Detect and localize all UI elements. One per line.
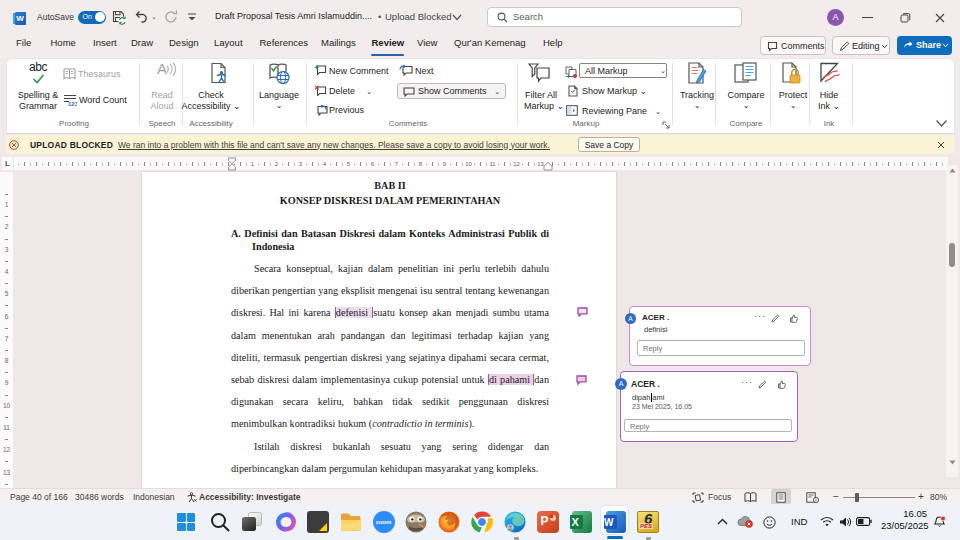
svg-text:123: 123 <box>68 101 77 107</box>
